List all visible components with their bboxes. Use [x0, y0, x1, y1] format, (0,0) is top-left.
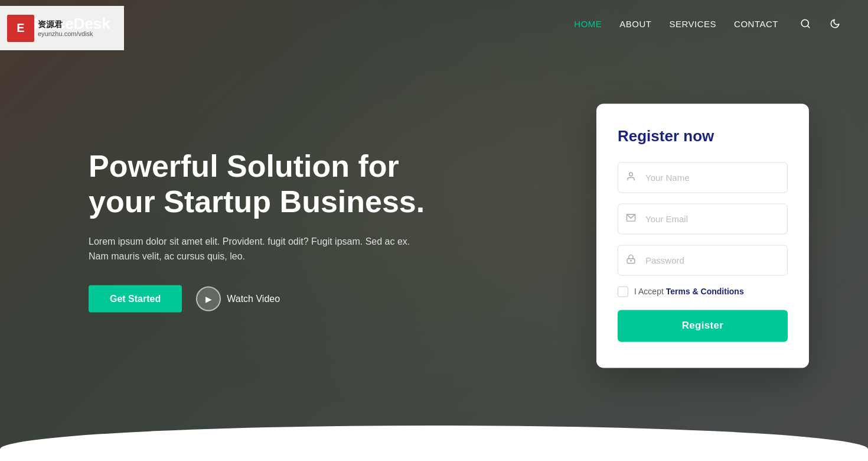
moon-icon	[830, 18, 840, 29]
get-started-button[interactable]: Get Started	[89, 285, 182, 312]
watermark: E 资源君 eyunzhu.com/vdisk	[0, 6, 124, 50]
hero-description: Lorem ipsum dolor sit amet elit. Provide…	[89, 233, 419, 264]
terms-link[interactable]: Terms & Conditions	[666, 287, 744, 296]
register-title: Register now	[618, 127, 788, 145]
register-card: Register now	[596, 103, 809, 368]
name-input[interactable]	[618, 162, 788, 193]
search-icon	[800, 18, 811, 29]
hero-title: Powerful Solution for your Startup Busin…	[89, 149, 472, 220]
nav-icons	[796, 14, 844, 33]
register-button[interactable]: Register	[618, 310, 788, 342]
password-field-group	[618, 245, 788, 275]
svg-line-1	[807, 25, 809, 27]
navbar: SpaceDesk HOME ABOUT SERVICES CONTACT	[0, 0, 868, 47]
dark-mode-button[interactable]	[825, 14, 844, 33]
watch-video-button[interactable]: ▶ Watch Video	[196, 286, 280, 311]
play-icon: ▶	[196, 286, 221, 311]
hero-content: Powerful Solution for your Startup Busin…	[89, 149, 472, 313]
watermark-url: eyunzhu.com/vdisk	[38, 30, 93, 37]
nav-contact[interactable]: CONTACT	[734, 19, 778, 29]
watermark-badge: E	[7, 15, 34, 42]
name-field-group	[618, 162, 788, 193]
nav-services[interactable]: SERVICES	[670, 19, 717, 29]
hero-buttons: Get Started ▶ Watch Video	[89, 285, 472, 312]
email-field-group	[618, 203, 788, 234]
hero-section: E 资源君 eyunzhu.com/vdisk SpaceDesk HOME A…	[0, 0, 868, 461]
nav-home[interactable]: HOME	[574, 19, 602, 29]
nav-about[interactable]: ABOUT	[619, 19, 651, 29]
password-input[interactable]	[618, 245, 788, 275]
email-input[interactable]	[618, 203, 788, 234]
watermark-text: 资源君 eyunzhu.com/vdisk	[38, 20, 93, 37]
terms-label: I Accept Terms & Conditions	[634, 287, 744, 296]
search-button[interactable]	[796, 14, 815, 33]
nav-links: HOME ABOUT SERVICES CONTACT	[574, 14, 844, 33]
terms-prefix: I Accept	[634, 287, 666, 296]
watch-video-label: Watch Video	[227, 293, 280, 304]
terms-row: I Accept Terms & Conditions	[618, 286, 788, 297]
terms-checkbox[interactable]	[618, 286, 628, 297]
watermark-cn: 资源君	[38, 20, 93, 30]
